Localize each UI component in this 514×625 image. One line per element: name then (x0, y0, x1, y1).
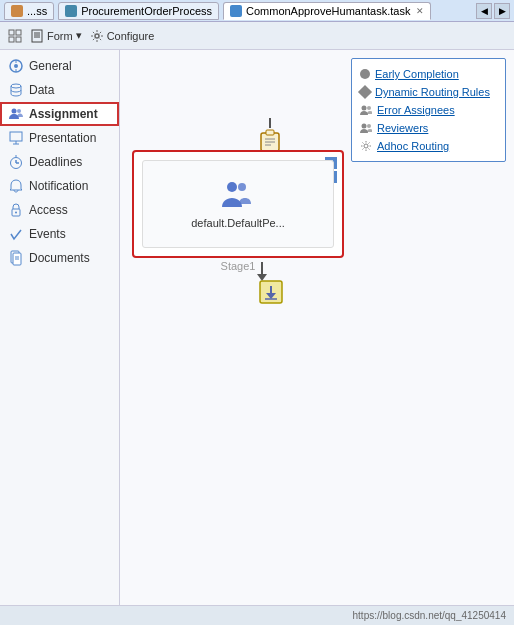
svg-point-39 (227, 182, 237, 192)
svg-point-29 (362, 106, 367, 111)
content-area: Early Completion Dynamic Routing Rules E… (120, 50, 514, 605)
routing-item-early-completion[interactable]: Early Completion (360, 65, 497, 83)
people-stage-icon (220, 179, 256, 209)
routing-item-reviewers[interactable]: Reviewers (360, 119, 497, 137)
sidebar-item-documents[interactable]: Documents (0, 246, 119, 270)
gear-icon-adhoc (360, 140, 372, 152)
notification-icon (8, 178, 24, 194)
toolbar-form-button[interactable]: Form ▾ (30, 29, 82, 43)
data-icon (8, 82, 24, 98)
people-icon-reviewers (360, 123, 372, 133)
assignment-label: Assignment (29, 107, 98, 121)
svg-rect-0 (9, 30, 14, 35)
sidebar: General Data Assignment (0, 50, 120, 605)
toolbar-configure-button[interactable]: Configure (90, 29, 155, 43)
arrow-line-bottom (261, 262, 263, 274)
download-icon[interactable] (257, 278, 285, 306)
deadlines-icon (8, 154, 24, 170)
stage-text: default.DefaultPe... (191, 217, 285, 229)
tab-icon-ss (11, 5, 23, 17)
sidebar-item-assignment[interactable]: Assignment (0, 102, 119, 126)
svg-point-13 (11, 84, 21, 88)
sidebar-item-deadlines[interactable]: Deadlines (0, 150, 119, 174)
svg-rect-16 (10, 132, 22, 141)
reviewers-link[interactable]: Reviewers (377, 122, 428, 134)
documents-label: Documents (29, 251, 90, 265)
events-icon (8, 226, 24, 242)
early-completion-link[interactable]: Early Completion (375, 68, 459, 80)
title-bar: ...ss ProcurementOrderProcess CommonAppr… (0, 0, 514, 22)
toolbar-item-grid (8, 29, 22, 43)
error-assignees-link[interactable]: Error Assignees (377, 104, 455, 116)
access-icon (8, 202, 24, 218)
general-icon (8, 58, 24, 74)
data-label: Data (29, 83, 54, 97)
configure-label: Configure (107, 30, 155, 42)
svg-rect-1 (16, 30, 21, 35)
stage-box[interactable]: ✓ ✓ default.DefaultPe... Stage1 (132, 150, 344, 258)
svg-point-10 (14, 64, 18, 68)
form-icon (30, 29, 44, 43)
status-bar: https://blog.csdn.net/qq_41250414 (0, 605, 514, 625)
assignment-icon (8, 106, 24, 122)
access-label: Access (29, 203, 68, 217)
tab-icon-procurement (65, 5, 77, 17)
nav-prev[interactable]: ◀ (476, 3, 492, 19)
svg-rect-35 (266, 130, 274, 135)
tab-label-humantask: CommonApproveHumantask.task (246, 5, 410, 17)
events-label: Events (29, 227, 66, 241)
svg-point-24 (15, 212, 17, 214)
presentation-label: Presentation (29, 131, 96, 145)
stage-inner: default.DefaultPe... (142, 160, 334, 248)
general-label: General (29, 59, 72, 73)
svg-point-8 (95, 34, 99, 38)
arrow-line-top (269, 118, 271, 128)
svg-rect-3 (16, 37, 21, 42)
form-dropdown-arrow[interactable]: ▾ (76, 29, 82, 42)
form-label: Form (47, 30, 73, 42)
dot-icon-early (360, 69, 370, 79)
tab-ss[interactable]: ...ss (4, 2, 54, 20)
svg-point-14 (12, 109, 17, 114)
tab-humantask[interactable]: CommonApproveHumantask.task ✕ (223, 2, 431, 20)
svg-point-31 (362, 124, 367, 129)
tab-label-procurement: ProcurementOrderProcess (81, 5, 212, 17)
dynamic-routing-link[interactable]: Dynamic Routing Rules (375, 86, 490, 98)
main-layout: General Data Assignment (0, 50, 514, 605)
routing-panel: Early Completion Dynamic Routing Rules E… (351, 58, 506, 162)
adhoc-routing-link[interactable]: Adhoc Routing (377, 140, 449, 152)
svg-point-40 (238, 183, 246, 191)
people-icon-error (360, 105, 372, 115)
tab-procurement[interactable]: ProcurementOrderProcess (58, 2, 219, 20)
routing-item-error-assignees[interactable]: Error Assignees (360, 101, 497, 119)
download-icon-wrapper[interactable] (257, 278, 285, 309)
nav-next[interactable]: ▶ (494, 3, 510, 19)
grid-icon (8, 29, 22, 43)
documents-icon (8, 250, 24, 266)
svg-rect-2 (9, 37, 14, 42)
configure-icon (90, 29, 104, 43)
svg-point-15 (17, 109, 21, 113)
svg-rect-4 (32, 30, 42, 42)
svg-point-32 (367, 124, 371, 128)
nav-arrows: ◀ ▶ (476, 3, 510, 19)
stage-sublabel: Stage1 (221, 260, 256, 272)
presentation-icon (8, 130, 24, 146)
status-url: https://blog.csdn.net/qq_41250414 (353, 610, 506, 621)
sidebar-item-presentation[interactable]: Presentation (0, 126, 119, 150)
toolbar: Form ▾ Configure (0, 22, 514, 50)
svg-point-30 (367, 106, 371, 110)
tab-icon-humantask (230, 5, 242, 17)
diamond-icon-dynamic (358, 85, 372, 99)
sidebar-item-general[interactable]: General (0, 54, 119, 78)
sidebar-item-data[interactable]: Data (0, 78, 119, 102)
tab-close-humantask[interactable]: ✕ (416, 6, 424, 16)
sidebar-item-notification[interactable]: Notification (0, 174, 119, 198)
notification-label: Notification (29, 179, 88, 193)
sidebar-item-events[interactable]: Events (0, 222, 119, 246)
tab-label-ss: ...ss (27, 5, 47, 17)
routing-item-adhoc-routing[interactable]: Adhoc Routing (360, 137, 497, 155)
sidebar-item-access[interactable]: Access (0, 198, 119, 222)
routing-item-dynamic-routing[interactable]: Dynamic Routing Rules (360, 83, 497, 101)
svg-point-33 (364, 144, 368, 148)
